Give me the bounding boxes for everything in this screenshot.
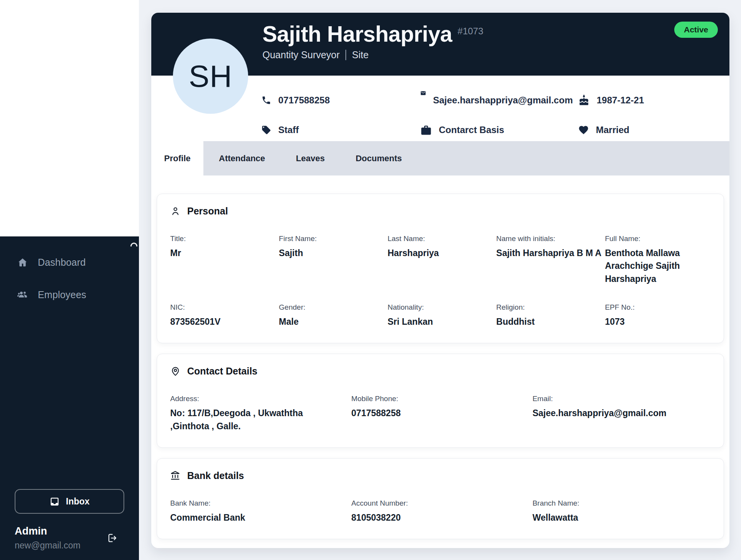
user-email: new@gmail.com — [15, 540, 80, 551]
field-branch-name: Branch Name: Wellawatta — [533, 499, 711, 524]
phone-icon — [261, 95, 271, 105]
profile-tabs: Profile Attendance Leaves Documents — [151, 141, 729, 175]
summary-marital-status-value: Married — [596, 125, 629, 135]
logout-icon[interactable] — [106, 532, 117, 544]
summary-employment-basis-value: Contarct Basis — [439, 125, 504, 135]
contact-details-section: Contact Details Address: No: 117/B,Deego… — [157, 354, 724, 448]
employee-name: Sajith Harshapriya — [262, 22, 452, 46]
field-address: Address: No: 117/B,Deegoda , Ukwaththa ,… — [170, 395, 348, 433]
profile-header: SH Sajith Harshapriya #1073 Quantity Sur… — [151, 13, 729, 76]
field-epf-no: EPF No.: 1073 — [605, 303, 711, 328]
field-email: Email: Sajee.harshappriya@gmail.com — [533, 395, 711, 433]
tab-bar: Attendance Leaves Documents — [203, 141, 729, 175]
summary-phone-value: 0717588258 — [278, 95, 330, 106]
inbox-icon — [49, 496, 60, 507]
field-first-name: First Name: Sajith — [279, 234, 385, 285]
sidebar: Dashboard Employees Inbox Admin new@gmai… — [0, 0, 139, 560]
cake-icon — [578, 94, 590, 106]
section-title: Contact Details — [187, 366, 257, 377]
employee-location: Site — [352, 49, 369, 61]
tab-attendance[interactable]: Attendance — [203, 141, 281, 175]
summary-marital-status: Married — [578, 118, 729, 141]
map-pin-icon — [170, 366, 181, 376]
user-name: Admin — [15, 525, 80, 537]
field-full-name: Full Name: Benthota Mallawa Arachchige S… — [605, 234, 711, 285]
summary-birthday: 1987-12-21 — [578, 89, 729, 111]
summary-phone: 0717588258 — [261, 89, 420, 111]
status-badge: Active — [674, 22, 718, 38]
summary-employee-type-value: Staff — [278, 125, 299, 135]
field-religion: Religion: Buddhist — [496, 303, 602, 328]
bank-icon — [170, 471, 181, 481]
sidebar-item-label: Dashboard — [38, 257, 86, 268]
tab-profile[interactable]: Profile — [151, 141, 203, 175]
employee-id: #1073 — [458, 26, 484, 37]
field-nic: NIC: 873562501V — [170, 303, 276, 328]
field-name-with-initials: Name with initials: Sajith Harshapriya B… — [496, 234, 602, 285]
tab-leaves[interactable]: Leaves — [281, 141, 340, 175]
field-last-name: Last Name: Harshapriya — [387, 234, 493, 285]
sidebar-nav-panel: Dashboard Employees Inbox Admin new@gmai… — [0, 236, 139, 560]
sidebar-item-employees[interactable]: Employees — [0, 285, 139, 304]
section-title: Bank details — [187, 470, 244, 481]
field-title: Title: Mr — [170, 234, 276, 285]
section-title: Personal — [187, 206, 228, 217]
sidebar-item-label: Employees — [38, 289, 86, 300]
user-account: Admin new@gmail.com — [15, 525, 124, 551]
employee-role: Quantity Surveyor — [262, 49, 340, 61]
field-bank-name: Bank Name: Commercial Bank — [170, 499, 348, 524]
role-divider — [345, 50, 346, 60]
summary-birthday-value: 1987-12-21 — [597, 95, 644, 106]
inbox-button[interactable]: Inbox — [15, 489, 124, 514]
avatar: SH — [173, 39, 248, 114]
field-account-number: Account Number: 8105038220 — [351, 499, 529, 524]
sidebar-item-dashboard[interactable]: Dashboard — [0, 253, 139, 272]
field-mobile-phone: Mobile Phone: 0717588258 — [351, 395, 529, 433]
summary-email-value: Sajee.harshappriya@gmail.com — [433, 95, 573, 106]
summary-employment-basis: Contarct Basis — [420, 118, 578, 141]
briefcase-icon — [420, 124, 432, 136]
heart-icon — [578, 125, 589, 135]
employee-profile-card: SH Sajith Harshapriya #1073 Quantity Sur… — [151, 13, 729, 548]
tab-documents[interactable]: Documents — [340, 141, 417, 175]
people-icon — [17, 290, 28, 300]
summary-email: Sajee.harshappriya@gmail.com — [420, 89, 578, 111]
field-gender: Gender: Male — [279, 303, 385, 328]
field-nationality: Nationality: Sri Lankan — [387, 303, 493, 328]
personal-section: Personal Title: Mr First Name: Sajith La… — [157, 194, 724, 343]
summary-employee-type: Staff — [261, 118, 420, 141]
bank-details-section: Bank details Bank Name: Commercial Bank … — [157, 458, 724, 539]
envelope-icon — [420, 90, 426, 96]
home-icon — [17, 257, 28, 268]
tag-icon — [261, 125, 271, 135]
person-icon — [170, 206, 181, 216]
inbox-button-label: Inbox — [66, 496, 90, 507]
